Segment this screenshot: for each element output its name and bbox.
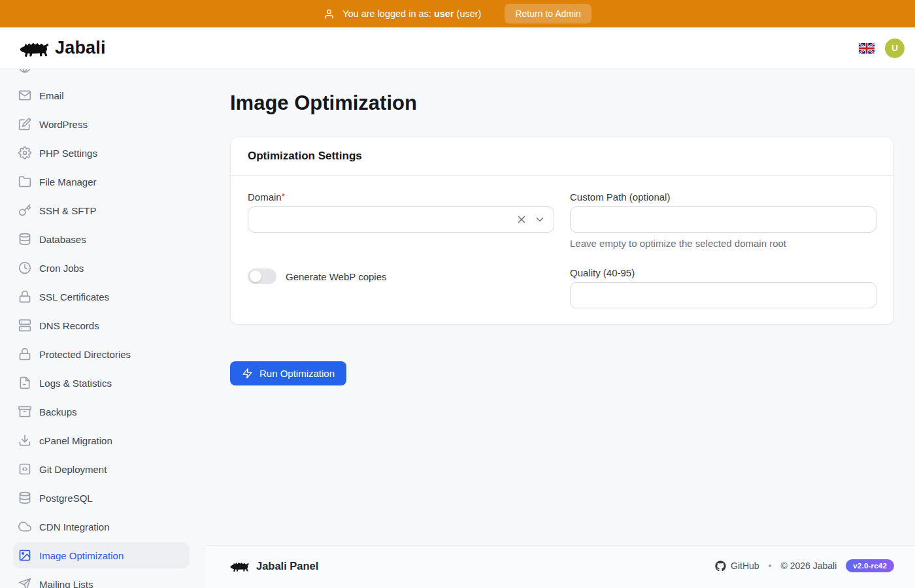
mail-icon	[18, 89, 31, 102]
webp-toggle-label: Generate WebP copies	[286, 271, 387, 282]
lock-icon	[18, 290, 31, 303]
sidebar-item-wordpress[interactable]: WordPress	[13, 111, 190, 137]
sidebar-item-label: Cron Jobs	[39, 263, 84, 274]
card-title: Optimization Settings	[248, 150, 362, 162]
sidebar-item-label: Email	[39, 90, 64, 101]
send-icon	[18, 578, 31, 588]
sidebar-item-backups[interactable]: Backups	[13, 399, 190, 425]
download-icon	[18, 434, 31, 447]
toggle-knob	[250, 270, 261, 282]
user-avatar[interactable]: U	[885, 39, 905, 58]
custom-path-label: Custom Path (optional)	[570, 191, 876, 203]
footer-brand: Jabali Panel	[230, 560, 318, 572]
sidebar-item-label: Databases	[39, 234, 86, 245]
sidebar-item-label: SSL Certificates	[39, 291, 109, 302]
sidebar-item-label: SSH & SFTP	[39, 205, 97, 216]
settings-icon	[18, 146, 31, 159]
sidebar-item-protected-directories[interactable]: Protected Directories	[13, 341, 190, 367]
sidebar-item-label: File Manager	[39, 176, 97, 188]
sidebar: EmailWordPressPHP SettingsFile ManagerSS…	[0, 69, 206, 588]
sidebar-item-label: Mailing Lists	[39, 579, 93, 588]
sidebar-item-cpanel-migration[interactable]: cPanel Migration	[13, 427, 190, 453]
logged-in-text: You are logged in as: user (user)	[342, 8, 481, 19]
custom-path-input[interactable]	[570, 206, 876, 233]
quality-field-group: Quality (40-95)	[570, 267, 876, 308]
github-link[interactable]: GitHub	[715, 561, 759, 572]
sidebar-item-label: WordPress	[39, 119, 88, 130]
chevron-down-icon[interactable]	[534, 214, 546, 225]
sidebar-item-label: Image Optimization	[39, 550, 124, 561]
sidebar-item-label: PHP Settings	[39, 148, 97, 159]
sidebar-item-label: Backups	[39, 406, 77, 417]
sidebar-item-email[interactable]: Email	[13, 82, 190, 108]
brand-logo[interactable]: Jabali	[20, 38, 106, 58]
brand-name: Jabali	[55, 38, 106, 58]
globe-icon	[18, 69, 31, 73]
impersonation-banner: You are logged in as: user (user) Return…	[0, 0, 915, 27]
boar-logo-icon	[20, 39, 50, 58]
sidebar-item-cdn-integration[interactable]: CDN Integration	[13, 514, 190, 540]
clock-icon	[18, 261, 31, 274]
sidebar-item-label: cPanel Migration	[39, 435, 112, 446]
page-title: Image Optimization	[230, 91, 894, 115]
image-icon	[18, 549, 31, 562]
cloud-icon	[18, 520, 31, 533]
sidebar-item-partial[interactable]	[13, 69, 190, 80]
sidebar-item-label: Protected Directories	[39, 349, 131, 360]
sidebar-item-postgresql[interactable]: PostgreSQL	[13, 485, 190, 511]
sidebar-item-git-deployment[interactable]: Git Deployment	[13, 456, 190, 482]
sidebar-item-file-manager[interactable]: File Manager	[13, 169, 190, 195]
clear-icon[interactable]	[516, 214, 527, 225]
database-icon	[18, 233, 31, 246]
user-icon	[324, 8, 335, 20]
sidebar-item-logs-statistics[interactable]: Logs & Statistics	[13, 370, 190, 396]
custom-path-hint: Leave empty to optimize the selected dom…	[570, 238, 876, 249]
app-header: Jabali U	[0, 27, 915, 69]
sidebar-item-label: DNS Records	[39, 320, 99, 331]
file-icon	[18, 376, 31, 389]
sidebar-item-image-optimization[interactable]: Image Optimization	[13, 542, 190, 568]
required-asterisk: *	[282, 191, 285, 201]
footer-separator: •	[769, 561, 772, 571]
footer-brand-name: Jabali Panel	[256, 560, 318, 572]
copyright-text: © 2026 Jabali	[780, 561, 837, 571]
sidebar-item-dns-records[interactable]: DNS Records	[13, 312, 190, 338]
sidebar-item-label: Git Deployment	[39, 464, 107, 475]
custom-path-field-group: Custom Path (optional) Leave empty to op…	[570, 191, 876, 249]
domain-select[interactable]	[248, 206, 554, 233]
sidebar-nav: EmailWordPressPHP SettingsFile ManagerSS…	[13, 69, 190, 588]
webp-toggle[interactable]	[248, 269, 276, 284]
sidebar-item-ssh-sftp[interactable]: SSH & SFTP	[13, 197, 190, 223]
github-icon	[715, 561, 726, 572]
server-icon	[18, 319, 31, 332]
sidebar-item-mailing-lists[interactable]: Mailing Lists	[13, 571, 190, 588]
quality-label: Quality (40-95)	[570, 267, 876, 278]
folder-icon	[18, 175, 31, 188]
key-icon	[18, 204, 31, 217]
quality-input[interactable]	[570, 282, 876, 308]
optimization-settings-card: Optimization Settings Domain*	[230, 137, 894, 325]
edit-icon	[18, 118, 31, 131]
footer-boar-logo-icon	[230, 560, 250, 572]
return-to-admin-button[interactable]: Return to Admin	[505, 4, 591, 24]
domain-label: Domain*	[248, 191, 554, 203]
language-flag-uk-icon[interactable]	[859, 43, 874, 54]
database-icon	[18, 491, 31, 504]
run-optimization-button[interactable]: Run Optimization	[230, 361, 346, 385]
sidebar-item-databases[interactable]: Databases	[13, 226, 190, 252]
sidebar-item-ssl-certificates[interactable]: SSL Certificates	[13, 284, 190, 310]
logged-in-role: (user)	[457, 8, 482, 19]
sidebar-item-label: CDN Integration	[39, 521, 110, 532]
main-content: Image Optimization Optimization Settings…	[206, 69, 915, 545]
sidebar-item-cron-jobs[interactable]: Cron Jobs	[13, 255, 190, 281]
card-header: Optimization Settings	[231, 137, 893, 176]
code-icon	[18, 463, 31, 476]
sidebar-item-label: Logs & Statistics	[39, 378, 112, 389]
lock-icon	[18, 348, 31, 361]
zap-icon	[242, 368, 253, 379]
footer: Jabali Panel GitHub • © 2026 Jabali v2.0…	[206, 545, 915, 588]
domain-field-group: Domain*	[248, 191, 554, 233]
sidebar-item-php-settings[interactable]: PHP Settings	[13, 140, 190, 166]
logged-in-username: user	[434, 8, 454, 19]
version-badge: v2.0-rc42	[846, 559, 894, 572]
